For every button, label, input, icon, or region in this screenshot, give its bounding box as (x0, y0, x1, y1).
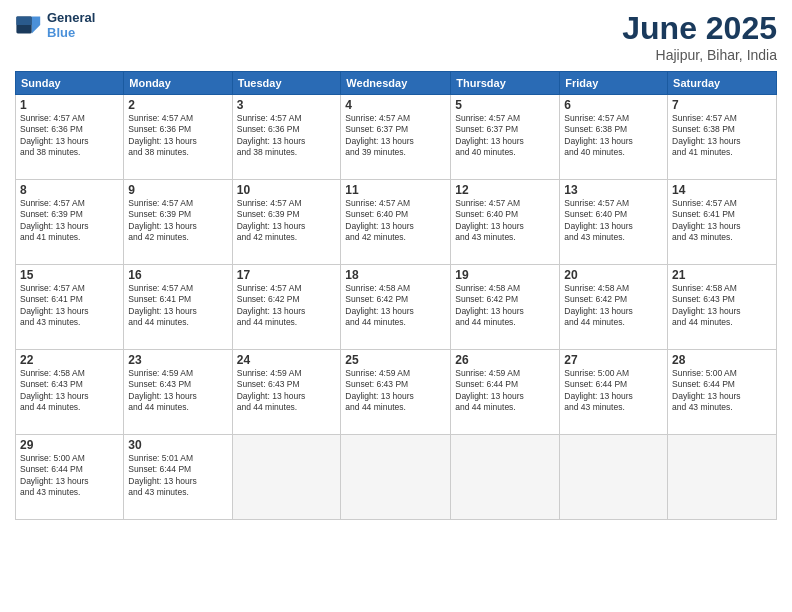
day-number: 21 (672, 268, 772, 282)
day-cell: 17Sunrise: 4:57 AMSunset: 6:42 PMDayligh… (232, 265, 341, 350)
day-info: Sunrise: 5:00 AMSunset: 6:44 PMDaylight:… (564, 368, 663, 414)
day-info: Sunrise: 4:58 AMSunset: 6:42 PMDaylight:… (564, 283, 663, 329)
empty-cell (451, 435, 560, 520)
day-cell: 30Sunrise: 5:01 AMSunset: 6:44 PMDayligh… (124, 435, 232, 520)
day-info: Sunrise: 4:58 AMSunset: 6:43 PMDaylight:… (20, 368, 119, 414)
day-info: Sunrise: 4:57 AMSunset: 6:36 PMDaylight:… (128, 113, 227, 159)
day-info: Sunrise: 4:57 AMSunset: 6:41 PMDaylight:… (128, 283, 227, 329)
day-cell: 29Sunrise: 5:00 AMSunset: 6:44 PMDayligh… (16, 435, 124, 520)
day-number: 10 (237, 183, 337, 197)
col-tuesday: Tuesday (232, 72, 341, 95)
day-info: Sunrise: 4:58 AMSunset: 6:42 PMDaylight:… (345, 283, 446, 329)
logo: General Blue (15, 10, 95, 40)
day-info: Sunrise: 5:01 AMSunset: 6:44 PMDaylight:… (128, 453, 227, 499)
day-cell: 4Sunrise: 4:57 AMSunset: 6:37 PMDaylight… (341, 95, 451, 180)
day-number: 1 (20, 98, 119, 112)
day-number: 20 (564, 268, 663, 282)
day-info: Sunrise: 4:58 AMSunset: 6:42 PMDaylight:… (455, 283, 555, 329)
day-info: Sunrise: 4:57 AMSunset: 6:38 PMDaylight:… (564, 113, 663, 159)
calendar-row: 8Sunrise: 4:57 AMSunset: 6:39 PMDaylight… (16, 180, 777, 265)
day-cell: 25Sunrise: 4:59 AMSunset: 6:43 PMDayligh… (341, 350, 451, 435)
calendar-row: 29Sunrise: 5:00 AMSunset: 6:44 PMDayligh… (16, 435, 777, 520)
col-wednesday: Wednesday (341, 72, 451, 95)
day-number: 19 (455, 268, 555, 282)
day-number: 26 (455, 353, 555, 367)
day-number: 17 (237, 268, 337, 282)
day-number: 28 (672, 353, 772, 367)
day-info: Sunrise: 4:57 AMSunset: 6:39 PMDaylight:… (128, 198, 227, 244)
col-sunday: Sunday (16, 72, 124, 95)
day-cell: 28Sunrise: 5:00 AMSunset: 6:44 PMDayligh… (668, 350, 777, 435)
day-number: 6 (564, 98, 663, 112)
day-cell: 26Sunrise: 4:59 AMSunset: 6:44 PMDayligh… (451, 350, 560, 435)
day-info: Sunrise: 4:59 AMSunset: 6:44 PMDaylight:… (455, 368, 555, 414)
day-cell: 16Sunrise: 4:57 AMSunset: 6:41 PMDayligh… (124, 265, 232, 350)
day-info: Sunrise: 4:57 AMSunset: 6:41 PMDaylight:… (672, 198, 772, 244)
day-number: 14 (672, 183, 772, 197)
logo-icon (15, 11, 43, 39)
calendar-header-row: Sunday Monday Tuesday Wednesday Thursday… (16, 72, 777, 95)
day-cell: 13Sunrise: 4:57 AMSunset: 6:40 PMDayligh… (560, 180, 668, 265)
calendar-row: 15Sunrise: 4:57 AMSunset: 6:41 PMDayligh… (16, 265, 777, 350)
day-cell: 5Sunrise: 4:57 AMSunset: 6:37 PMDaylight… (451, 95, 560, 180)
day-number: 2 (128, 98, 227, 112)
day-cell: 19Sunrise: 4:58 AMSunset: 6:42 PMDayligh… (451, 265, 560, 350)
day-info: Sunrise: 4:58 AMSunset: 6:43 PMDaylight:… (672, 283, 772, 329)
day-cell: 21Sunrise: 4:58 AMSunset: 6:43 PMDayligh… (668, 265, 777, 350)
page: General Blue June 2025 Hajipur, Bihar, I… (0, 0, 792, 612)
empty-cell (668, 435, 777, 520)
calendar-row: 22Sunrise: 4:58 AMSunset: 6:43 PMDayligh… (16, 350, 777, 435)
day-number: 11 (345, 183, 446, 197)
day-cell: 27Sunrise: 5:00 AMSunset: 6:44 PMDayligh… (560, 350, 668, 435)
day-number: 16 (128, 268, 227, 282)
day-number: 22 (20, 353, 119, 367)
day-number: 29 (20, 438, 119, 452)
day-info: Sunrise: 4:57 AMSunset: 6:36 PMDaylight:… (237, 113, 337, 159)
svg-rect-2 (16, 17, 31, 25)
col-saturday: Saturday (668, 72, 777, 95)
day-number: 15 (20, 268, 119, 282)
day-info: Sunrise: 5:00 AMSunset: 6:44 PMDaylight:… (672, 368, 772, 414)
day-cell: 11Sunrise: 4:57 AMSunset: 6:40 PMDayligh… (341, 180, 451, 265)
month-title: June 2025 (622, 10, 777, 47)
day-number: 24 (237, 353, 337, 367)
day-number: 25 (345, 353, 446, 367)
day-cell: 1Sunrise: 4:57 AMSunset: 6:36 PMDaylight… (16, 95, 124, 180)
day-info: Sunrise: 4:57 AMSunset: 6:37 PMDaylight:… (345, 113, 446, 159)
day-number: 23 (128, 353, 227, 367)
col-monday: Monday (124, 72, 232, 95)
day-cell: 9Sunrise: 4:57 AMSunset: 6:39 PMDaylight… (124, 180, 232, 265)
day-number: 7 (672, 98, 772, 112)
day-info: Sunrise: 4:57 AMSunset: 6:40 PMDaylight:… (564, 198, 663, 244)
day-number: 9 (128, 183, 227, 197)
day-number: 5 (455, 98, 555, 112)
empty-cell (232, 435, 341, 520)
day-cell: 14Sunrise: 4:57 AMSunset: 6:41 PMDayligh… (668, 180, 777, 265)
day-cell: 2Sunrise: 4:57 AMSunset: 6:36 PMDaylight… (124, 95, 232, 180)
day-info: Sunrise: 4:57 AMSunset: 6:36 PMDaylight:… (20, 113, 119, 159)
day-info: Sunrise: 4:57 AMSunset: 6:41 PMDaylight:… (20, 283, 119, 329)
day-info: Sunrise: 4:59 AMSunset: 6:43 PMDaylight:… (345, 368, 446, 414)
day-info: Sunrise: 4:57 AMSunset: 6:40 PMDaylight:… (345, 198, 446, 244)
day-cell: 10Sunrise: 4:57 AMSunset: 6:39 PMDayligh… (232, 180, 341, 265)
day-cell: 7Sunrise: 4:57 AMSunset: 6:38 PMDaylight… (668, 95, 777, 180)
empty-cell (341, 435, 451, 520)
day-cell: 3Sunrise: 4:57 AMSunset: 6:36 PMDaylight… (232, 95, 341, 180)
day-info: Sunrise: 4:59 AMSunset: 6:43 PMDaylight:… (128, 368, 227, 414)
day-info: Sunrise: 4:57 AMSunset: 6:39 PMDaylight:… (237, 198, 337, 244)
day-cell: 23Sunrise: 4:59 AMSunset: 6:43 PMDayligh… (124, 350, 232, 435)
day-cell: 8Sunrise: 4:57 AMSunset: 6:39 PMDaylight… (16, 180, 124, 265)
day-cell: 18Sunrise: 4:58 AMSunset: 6:42 PMDayligh… (341, 265, 451, 350)
day-number: 27 (564, 353, 663, 367)
logo-text: General Blue (47, 10, 95, 40)
location: Hajipur, Bihar, India (622, 47, 777, 63)
day-info: Sunrise: 4:57 AMSunset: 6:37 PMDaylight:… (455, 113, 555, 159)
day-info: Sunrise: 4:57 AMSunset: 6:42 PMDaylight:… (237, 283, 337, 329)
day-cell: 15Sunrise: 4:57 AMSunset: 6:41 PMDayligh… (16, 265, 124, 350)
day-number: 30 (128, 438, 227, 452)
day-info: Sunrise: 4:57 AMSunset: 6:40 PMDaylight:… (455, 198, 555, 244)
title-area: June 2025 Hajipur, Bihar, India (622, 10, 777, 63)
day-number: 3 (237, 98, 337, 112)
svg-marker-1 (32, 17, 40, 34)
day-number: 4 (345, 98, 446, 112)
